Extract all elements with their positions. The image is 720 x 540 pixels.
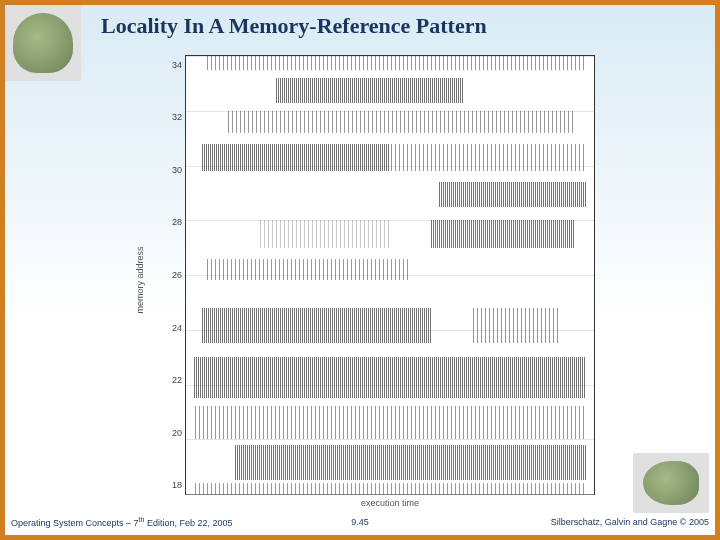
y-tick: 22	[172, 375, 182, 385]
slide-title: Locality In A Memory-Reference Pattern	[101, 13, 487, 39]
chart-container: memory address 34 32 30 28 26 24 22 20 1…	[185, 55, 595, 495]
dinosaur-top-badge	[5, 5, 81, 81]
dinosaur-icon	[643, 461, 699, 505]
y-tick: 34	[172, 60, 182, 70]
y-tick: 30	[172, 165, 182, 175]
scatter-plot	[186, 56, 594, 494]
footer-left: Operating System Concepts – 7th Edition,…	[11, 516, 232, 528]
y-tick: 18	[172, 480, 182, 490]
y-tick: 24	[172, 323, 182, 333]
slide-footer: Operating System Concepts – 7th Edition,…	[11, 513, 709, 531]
y-tick: 28	[172, 217, 182, 227]
page-number: 9.45	[351, 517, 369, 527]
y-tick: 26	[172, 270, 182, 280]
dinosaur-icon	[13, 13, 73, 73]
y-axis-label: memory address	[135, 246, 145, 313]
y-tick: 32	[172, 112, 182, 122]
footer-right: Silberschatz, Galvin and Gagne © 2005	[551, 517, 709, 527]
y-axis: 34 32 30 28 26 24 22 20 18	[162, 56, 186, 494]
y-tick: 20	[172, 428, 182, 438]
slide-frame: Locality In A Memory-Reference Pattern m…	[0, 0, 720, 540]
x-axis-label: execution time	[361, 498, 419, 508]
dinosaur-bottom-badge	[633, 453, 709, 513]
